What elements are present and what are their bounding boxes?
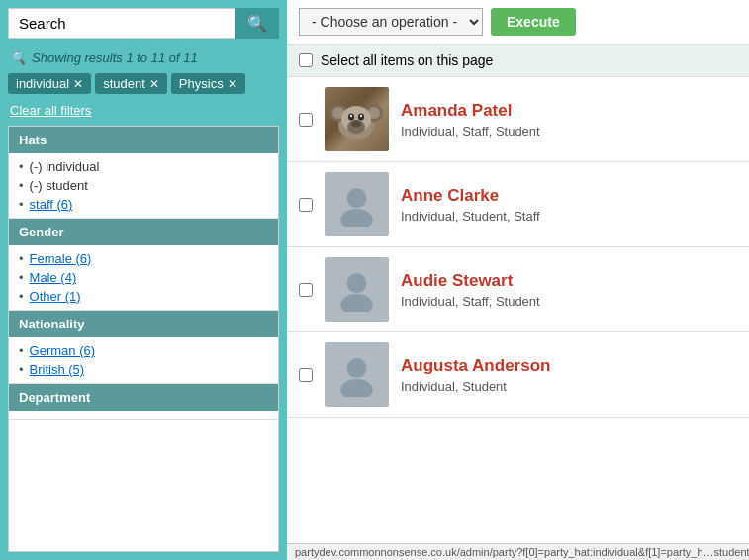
facet-link[interactable]: Male (4) xyxy=(30,270,77,285)
row-checkbox[interactable] xyxy=(299,368,313,382)
facet-items-nationality: German (6) British (5) xyxy=(9,337,278,383)
row-checkbox[interactable] xyxy=(299,198,313,212)
person-name[interactable]: Anne Clarke xyxy=(401,186,749,206)
filter-tags: individual ✕ student ✕ Physics ✕ xyxy=(0,73,287,98)
facet-link[interactable]: Other (1) xyxy=(30,289,81,304)
facet-area[interactable]: Hats (-) individual (-) student staff (6… xyxy=(8,126,279,552)
person-tags: Individual, Student, Staff xyxy=(401,209,749,224)
search-button[interactable]: 🔍 xyxy=(235,8,279,39)
filter-tag-physics[interactable]: Physics ✕ xyxy=(171,73,245,94)
svg-point-17 xyxy=(340,379,372,397)
row-checkbox[interactable] xyxy=(299,113,313,127)
results-info: 🔍 Showing results 1 to 11 of 11 xyxy=(0,47,287,73)
facet-heading-department: Department xyxy=(9,384,278,411)
person-tags: Individual, Staff, Student xyxy=(401,124,749,139)
result-info: Augusta Anderson Individual, Student xyxy=(401,356,749,394)
search-input[interactable] xyxy=(8,8,235,39)
row-checkbox[interactable] xyxy=(299,283,313,297)
list-item[interactable]: staff (6) xyxy=(19,195,268,214)
results-count: Showing results 1 to 11 of 11 xyxy=(32,50,198,65)
select-all-label: Select all items on this page xyxy=(321,52,493,68)
left-panel: 🔍 🔍 Showing results 1 to 11 of 11 indivi… xyxy=(0,0,287,560)
list-item: (-) individual xyxy=(19,157,268,176)
search-bar: 🔍 xyxy=(0,0,287,47)
filter-tag-label: individual xyxy=(16,76,69,91)
svg-point-14 xyxy=(347,273,367,293)
table-row: Anne Clarke Individual, Student, Staff xyxy=(287,162,749,247)
avatar xyxy=(325,257,389,322)
list-item[interactable]: British (5) xyxy=(19,360,268,379)
list-item[interactable]: German (6) xyxy=(19,341,268,360)
avatar xyxy=(325,172,389,236)
toolbar: - Choose an operation - Execute xyxy=(287,0,749,45)
clear-all-link[interactable]: Clear all filters xyxy=(10,103,91,118)
svg-point-9 xyxy=(350,115,352,117)
person-name[interactable]: Amanda Patel xyxy=(401,101,749,121)
status-bar: partydev.commonnonsense.co.uk/admin/part… xyxy=(287,543,749,560)
right-panel: - Choose an operation - Execute Select a… xyxy=(287,0,749,560)
svg-point-12 xyxy=(347,188,367,208)
results-icon: 🔍 xyxy=(10,50,26,65)
svg-point-13 xyxy=(340,209,372,227)
facet-link[interactable]: German (6) xyxy=(30,343,95,358)
avatar xyxy=(325,87,389,151)
select-all-checkbox[interactable] xyxy=(299,53,313,67)
facet-link[interactable]: Female (6) xyxy=(30,251,92,266)
filter-tag-individual[interactable]: individual ✕ xyxy=(8,73,91,94)
result-info: Audie Stewart Individual, Staff, Student xyxy=(401,271,749,309)
facet-items-hats: (-) individual (-) student staff (6) xyxy=(9,153,278,218)
person-tags: Individual, Staff, Student xyxy=(401,294,749,309)
svg-point-11 xyxy=(351,121,361,128)
avatar xyxy=(325,342,389,407)
facet-group-hats: Hats (-) individual (-) student staff (6… xyxy=(9,127,278,219)
filter-tag-label: Physics xyxy=(179,76,224,91)
facet-items-department xyxy=(9,411,278,419)
svg-point-15 xyxy=(340,294,372,312)
facet-items-gender: Female (6) Male (4) Other (1) xyxy=(9,245,278,310)
facet-heading-hats: Hats xyxy=(9,127,278,153)
table-row: Amanda Patel Individual, Staff, Student xyxy=(287,77,749,162)
remove-individual-icon[interactable]: ✕ xyxy=(73,77,83,91)
clear-all-section: Clear all filters xyxy=(0,98,287,126)
list-item[interactable]: Male (4) xyxy=(19,268,268,287)
svg-point-16 xyxy=(347,358,367,378)
table-row: Augusta Anderson Individual, Student xyxy=(287,332,749,418)
remove-student-icon[interactable]: ✕ xyxy=(149,77,159,91)
facet-heading-nationality: Nationality xyxy=(9,311,278,337)
select-all-bar: Select all items on this page xyxy=(287,45,749,77)
facet-link[interactable]: staff (6) xyxy=(30,197,73,212)
svg-point-10 xyxy=(360,115,362,117)
person-name[interactable]: Audie Stewart xyxy=(401,271,749,291)
operation-select[interactable]: - Choose an operation - xyxy=(299,8,483,36)
list-item[interactable]: Female (6) xyxy=(19,249,268,268)
list-item[interactable]: Other (1) xyxy=(19,287,268,306)
facet-group-gender: Gender Female (6) Male (4) Other (1) xyxy=(9,219,278,311)
results-list: Amanda Patel Individual, Staff, Student … xyxy=(287,77,749,543)
person-tags: Individual, Student xyxy=(401,379,749,394)
person-name[interactable]: Augusta Anderson xyxy=(401,356,749,376)
list-item: (-) student xyxy=(19,176,268,195)
filter-tag-student[interactable]: student ✕ xyxy=(95,73,167,94)
facet-group-department: Department xyxy=(9,384,278,420)
facet-heading-gender: Gender xyxy=(9,219,278,245)
filter-tag-label: student xyxy=(103,76,145,91)
remove-physics-icon[interactable]: ✕ xyxy=(228,77,237,91)
facet-link[interactable]: British (5) xyxy=(30,362,85,377)
result-info: Anne Clarke Individual, Student, Staff xyxy=(401,186,749,224)
table-row: Audie Stewart Individual, Staff, Student xyxy=(287,247,749,332)
status-url: partydev.commonnonsense.co.uk/admin/part… xyxy=(295,546,749,558)
execute-button[interactable]: Execute xyxy=(491,8,576,36)
search-icon: 🔍 xyxy=(247,15,267,32)
facet-group-nationality: Nationality German (6) British (5) xyxy=(9,311,278,384)
result-info: Amanda Patel Individual, Staff, Student xyxy=(401,101,749,139)
